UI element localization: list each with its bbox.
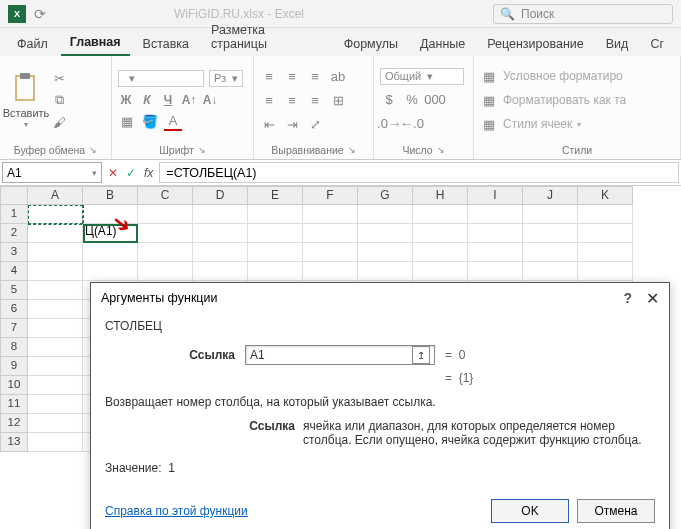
collapse-dialog-icon[interactable]: ↥ <box>412 346 430 364</box>
orientation-icon[interactable]: ⤢ <box>306 115 324 133</box>
wrap-text-icon[interactable]: ab <box>329 67 347 85</box>
col-header[interactable]: I <box>468 186 523 205</box>
cell[interactable] <box>28 357 83 376</box>
cell[interactable] <box>28 395 83 414</box>
col-header[interactable]: E <box>248 186 303 205</box>
tab-formulas[interactable]: Формулы <box>335 32 407 56</box>
row-header[interactable]: 6 <box>0 300 28 319</box>
cell[interactable] <box>193 205 248 224</box>
cell[interactable] <box>193 262 248 281</box>
cell[interactable] <box>138 243 193 262</box>
ok-button[interactable]: OK <box>491 499 569 523</box>
number-launcher-icon[interactable]: ↘ <box>437 145 445 155</box>
increase-indent-icon[interactable]: ⇥ <box>283 115 301 133</box>
align-middle-icon[interactable]: ≡ <box>283 67 301 85</box>
tab-extra[interactable]: Сг <box>641 32 673 56</box>
increase-decimal-icon[interactable]: .0→ <box>380 115 398 133</box>
fx-icon[interactable]: fx <box>144 166 153 180</box>
col-header[interactable]: A <box>28 186 83 205</box>
cell[interactable] <box>578 262 633 281</box>
cell[interactable]: Ц(A1) <box>83 224 138 243</box>
font-size-selector[interactable]: Рз▾ <box>209 70 243 87</box>
decrease-decimal-icon[interactable]: ←.0 <box>403 115 421 133</box>
row-header[interactable]: 11 <box>0 395 28 414</box>
cell[interactable] <box>248 262 303 281</box>
cell[interactable] <box>28 414 83 433</box>
tab-file[interactable]: Файл <box>8 32 57 56</box>
cell[interactable] <box>28 319 83 338</box>
cell[interactable] <box>578 243 633 262</box>
cell[interactable] <box>138 224 193 243</box>
row-header[interactable]: 13 <box>0 433 28 452</box>
tab-page-layout[interactable]: Разметка страницы <box>202 18 331 56</box>
name-box[interactable]: A1 ▾ <box>2 162 102 183</box>
clipboard-launcher-icon[interactable]: ↘ <box>89 145 97 155</box>
align-right-icon[interactable]: ≡ <box>306 91 324 109</box>
align-top-icon[interactable]: ≡ <box>260 67 278 85</box>
font-name-selector[interactable]: ▾ <box>118 70 204 87</box>
align-center-icon[interactable]: ≡ <box>283 91 301 109</box>
underline-button[interactable]: Ч <box>160 93 176 107</box>
tab-insert[interactable]: Вставка <box>134 32 198 56</box>
cell[interactable] <box>83 205 138 224</box>
fill-color-icon[interactable]: 🪣 <box>141 113 159 131</box>
cell[interactable] <box>578 224 633 243</box>
cell[interactable] <box>28 433 83 452</box>
row-header[interactable]: 5 <box>0 281 28 300</box>
tab-view[interactable]: Вид <box>597 32 638 56</box>
cancel-button[interactable]: Отмена <box>577 499 655 523</box>
cell[interactable] <box>523 224 578 243</box>
formula-input[interactable]: =СТОЛБЕЦ(A1) <box>159 162 679 183</box>
cell[interactable] <box>193 243 248 262</box>
font-launcher-icon[interactable]: ↘ <box>198 145 206 155</box>
dialog-close-icon[interactable]: ✕ <box>646 289 659 308</box>
col-header[interactable]: B <box>83 186 138 205</box>
cell[interactable] <box>28 262 83 281</box>
conditional-formatting-button[interactable]: ▦Условное форматиро <box>480 67 626 85</box>
cell[interactable] <box>468 262 523 281</box>
tab-review[interactable]: Рецензирование <box>478 32 593 56</box>
increase-font-icon[interactable]: A↑ <box>181 93 197 107</box>
arg-input[interactable]: A1 ↥ <box>245 345 435 365</box>
row-header[interactable]: 1 <box>0 205 28 224</box>
currency-icon[interactable]: $ <box>380 91 398 109</box>
cell[interactable] <box>303 262 358 281</box>
cell[interactable] <box>28 338 83 357</box>
cell[interactable] <box>413 262 468 281</box>
border-icon[interactable]: ▦ <box>118 113 136 131</box>
cut-icon[interactable]: ✂ <box>50 69 68 87</box>
col-header[interactable]: J <box>523 186 578 205</box>
alignment-launcher-icon[interactable]: ↘ <box>348 145 356 155</box>
format-as-table-button[interactable]: ▦Форматировать как та <box>480 91 626 109</box>
cell[interactable] <box>28 376 83 395</box>
cell-styles-button[interactable]: ▦Стили ячеек▾ <box>480 115 626 133</box>
format-painter-icon[interactable]: 🖌 <box>50 113 68 131</box>
percent-icon[interactable]: % <box>403 91 421 109</box>
col-header[interactable]: G <box>358 186 413 205</box>
comma-icon[interactable]: 000 <box>426 91 444 109</box>
cell[interactable] <box>578 205 633 224</box>
align-left-icon[interactable]: ≡ <box>260 91 278 109</box>
cell[interactable] <box>28 224 83 243</box>
cell[interactable] <box>28 243 83 262</box>
cell[interactable] <box>358 262 413 281</box>
cell[interactable] <box>468 205 523 224</box>
col-header[interactable]: H <box>413 186 468 205</box>
col-header[interactable]: C <box>138 186 193 205</box>
col-header[interactable]: F <box>303 186 358 205</box>
select-all-corner[interactable] <box>0 186 28 205</box>
cell[interactable] <box>28 281 83 300</box>
cancel-formula-icon[interactable]: ✕ <box>108 166 118 180</box>
row-header[interactable]: 10 <box>0 376 28 395</box>
help-link[interactable]: Справка по этой функции <box>105 504 248 518</box>
cell[interactable] <box>358 205 413 224</box>
tab-home[interactable]: Главная <box>61 30 130 56</box>
cell[interactable] <box>303 205 358 224</box>
cell[interactable] <box>28 300 83 319</box>
cell[interactable] <box>193 224 248 243</box>
cell[interactable] <box>83 243 138 262</box>
cell[interactable] <box>248 205 303 224</box>
cell[interactable] <box>138 262 193 281</box>
row-header[interactable]: 7 <box>0 319 28 338</box>
cell[interactable] <box>413 224 468 243</box>
